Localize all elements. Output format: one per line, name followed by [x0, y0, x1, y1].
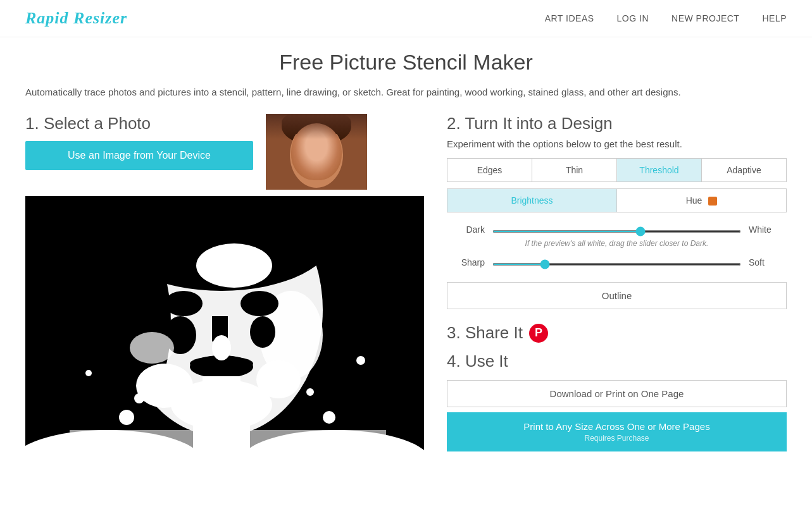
svg-rect-27: [70, 430, 386, 468]
outline-button[interactable]: Outline: [447, 282, 787, 309]
svg-point-32: [85, 370, 92, 376]
page-description: Automatically trace photos and pictures …: [25, 85, 721, 100]
tab-hue[interactable]: Hue: [617, 189, 786, 212]
stencil-svg: [25, 196, 424, 468]
svg-point-3: [282, 114, 351, 137]
svg-point-22: [256, 360, 301, 398]
svg-point-28: [134, 393, 144, 403]
adj-tabs: Brightness Hue: [447, 188, 787, 212]
step2-heading: 2. Turn It into a Design: [447, 114, 787, 133]
svg-point-23: [196, 243, 272, 288]
page-title: Free Picture Stencil Maker: [25, 50, 787, 75]
step3-section: 3. Share It P: [447, 323, 787, 343]
tab-adaptive[interactable]: Adaptive: [702, 159, 786, 181]
tab-brightness[interactable]: Brightness: [447, 189, 617, 212]
svg-point-25: [250, 316, 275, 348]
svg-point-26: [130, 332, 174, 364]
tab-edges[interactable]: Edges: [447, 159, 532, 181]
step1-heading: 1. Select a Photo: [25, 114, 253, 133]
soft-label: Soft: [749, 257, 787, 267]
brightness-slider-row: Dark White: [447, 224, 787, 235]
brightness-slider[interactable]: [492, 230, 741, 233]
new-project-link[interactable]: NEW PROJECT: [671, 13, 739, 23]
svg-rect-0: [266, 114, 367, 190]
right-column: 2. Turn It into a Design Experiment with…: [447, 114, 787, 451]
logo: Rapid Resizer: [25, 9, 127, 28]
brightness-slider-wrap: [492, 224, 741, 235]
upload-image-button[interactable]: Use an Image from Your Device: [25, 141, 253, 170]
svg-point-21: [136, 364, 193, 408]
content-row: 1. Select a Photo Use an Image from Your…: [25, 114, 787, 468]
brightness-white-label: White: [749, 224, 787, 235]
log-in-link[interactable]: LOG IN: [617, 13, 649, 23]
svg-point-4: [301, 145, 309, 152]
sharp-label: Sharp: [447, 257, 485, 267]
svg-point-29: [119, 410, 134, 425]
hue-color-dot: [708, 197, 717, 206]
left-column: 1. Select a Photo Use an Image from Your…: [25, 114, 424, 468]
nav-links: ART IDEAS LOG IN NEW PROJECT HELP: [545, 13, 787, 23]
navbar: Rapid Resizer ART IDEAS LOG IN NEW PROJE…: [0, 0, 812, 37]
pinterest-icon[interactable]: P: [529, 324, 548, 343]
photo-svg: [266, 114, 367, 190]
svg-rect-35: [203, 376, 240, 386]
print-button[interactable]: Print to Any Size Across One or More Pag…: [447, 412, 787, 451]
tab-thin[interactable]: Thin: [532, 159, 617, 181]
experiment-text: Experiment with the options below to get…: [447, 138, 787, 149]
download-button[interactable]: Download or Print on One Page: [447, 380, 787, 407]
help-link[interactable]: HELP: [762, 13, 787, 23]
sharpness-slider-wrap: [492, 257, 741, 268]
original-photo: [266, 114, 367, 190]
brightness-hint: If the preview's all white, drag the sli…: [447, 239, 787, 248]
sharpness-slider[interactable]: [492, 263, 741, 266]
svg-point-31: [323, 411, 335, 424]
mode-tabs: Edges Thin Threshold Adaptive: [447, 158, 787, 182]
svg-point-13: [240, 291, 278, 316]
main-content: Free Picture Stencil Maker Automatically…: [0, 37, 812, 487]
art-ideas-link[interactable]: ART IDEAS: [545, 13, 594, 23]
sharpness-slider-row: Sharp Soft: [447, 257, 787, 268]
svg-point-30: [306, 388, 314, 396]
svg-point-33: [356, 356, 365, 365]
svg-point-2: [290, 122, 343, 188]
stencil-preview: [25, 196, 424, 468]
svg-point-5: [323, 145, 332, 152]
print-requires-purchase: Requires Purchase: [456, 434, 778, 443]
step1-section: 1. Select a Photo Use an Image from Your…: [25, 114, 253, 178]
brightness-dark-label: Dark: [447, 224, 485, 235]
tab-threshold[interactable]: Threshold: [617, 159, 702, 181]
svg-point-12: [165, 291, 203, 316]
step4-heading: 4. Use It: [447, 352, 787, 371]
step3-heading: 3. Share It: [447, 323, 523, 343]
svg-point-34: [212, 335, 231, 360]
